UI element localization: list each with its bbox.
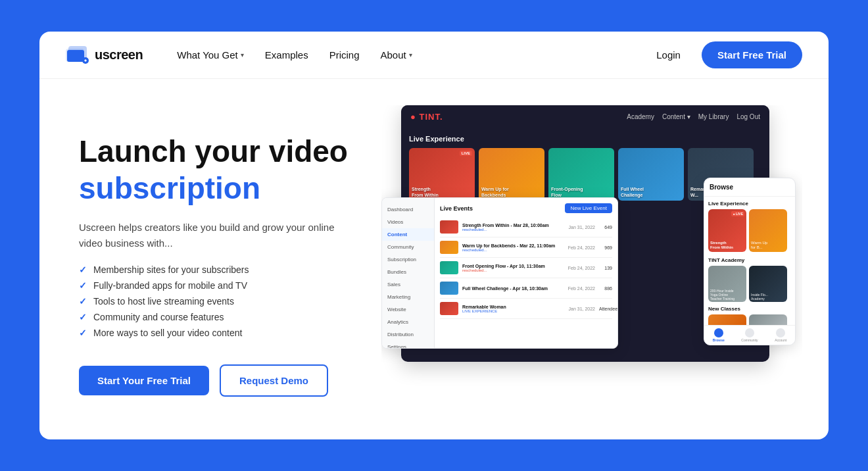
tint-nav-academy: Academy xyxy=(627,113,654,120)
admin-row-sub-2: rescheduled... xyxy=(462,248,564,252)
mobile-academy-label: TINT Academy xyxy=(708,257,791,263)
admin-row-text-2: Warm Up for Backbends - Mar 22, 11:00am … xyxy=(462,243,564,252)
admin-table-row-5: Remarkable Woman LIVE EXPERIENCE Jan 31,… xyxy=(440,299,612,319)
logo[interactable]: uscreen xyxy=(66,46,143,64)
tint-card-4: Full WheelChallenge xyxy=(618,148,684,201)
demo-screenshots: ● TINT. Academy Content ▾ My Library Log… xyxy=(381,105,802,420)
live-badge-1: LIVE xyxy=(460,151,472,156)
mobile-nav-account-label: Account xyxy=(775,338,786,342)
tint-card-2: Warm Up forBackbends xyxy=(479,148,544,201)
admin-row-num-2: 969 xyxy=(599,245,612,250)
mobile-nav-account-icon xyxy=(776,328,785,337)
admin-panel-screenshot: Dashboard Videos Content Community Subsc… xyxy=(381,197,618,349)
mobile-new-classes-label: New Classes xyxy=(708,306,791,312)
mobile-live-card-2: Warm Upfor B... xyxy=(749,209,787,252)
nav-about[interactable]: About ▾ xyxy=(373,44,420,66)
admin-sidebar-dashboard: Dashboard xyxy=(382,203,434,216)
admin-thumb-2 xyxy=(440,241,458,254)
mobile-live-cards: StrengthFrom Within ● LIVE Warm Upfor B.… xyxy=(708,209,791,252)
mobile-live-exp-label: Live Experience xyxy=(708,201,791,207)
feature-item-1: ✓ Membership sites for your subscribers xyxy=(79,264,355,275)
admin-table-row-1: Strength From Within - Mar 28, 10:00am r… xyxy=(440,217,612,237)
admin-thumb-5 xyxy=(440,302,458,315)
start-free-trial-hero-button[interactable]: Start Your Free Trial xyxy=(79,366,209,395)
feature-list: ✓ Membership sites for your subscribers … xyxy=(79,264,355,343)
start-free-trial-header-button[interactable]: Start Free Trial xyxy=(702,41,802,68)
admin-sidebar-analytics: Analytics xyxy=(382,316,434,328)
admin-sidebar-community: Community xyxy=(382,241,434,253)
admin-main-content: Live Events New Live Event Strength From… xyxy=(435,198,617,348)
tint-card-1: LIVE StrengthFrom Within xyxy=(409,148,475,201)
mobile-live-card-1: StrengthFrom Within ● LIVE xyxy=(708,209,746,252)
admin-row-num-5: Attendees xyxy=(599,307,612,311)
admin-sidebar-sales: Sales xyxy=(382,278,434,291)
admin-row-num-3: 139 xyxy=(599,266,612,270)
tint-logo: ● TINT. xyxy=(410,112,443,122)
mobile-live-card-1-label: StrengthFrom Within xyxy=(710,241,733,250)
admin-row-num-4: 886 xyxy=(599,286,612,291)
main-content: Launch your video subscription Uscreen h… xyxy=(39,79,829,439)
tint-header: ● TINT. Academy Content ▾ My Library Log… xyxy=(401,105,769,128)
login-button[interactable]: Login xyxy=(648,44,688,66)
tint-card-label-1: StrengthFrom Within xyxy=(412,187,439,198)
mobile-nav-browse-label: Browse xyxy=(713,338,725,342)
admin-thumb-4 xyxy=(440,282,458,295)
admin-row-text-1: Strength From Within - Mar 28, 10:00am r… xyxy=(462,223,565,232)
nav-what-you-get[interactable]: What You Get ▾ xyxy=(169,44,252,66)
admin-table-row-2: Warm Up for Backbends - Mar 22, 11:00am … xyxy=(440,237,612,258)
hero-subtitle: Uscreen helps creators like you build an… xyxy=(79,220,355,251)
main-card: uscreen What You Get ▾ Examples Pricing … xyxy=(39,32,829,439)
mobile-app-screenshot: Browse Live Experience StrengthFrom With… xyxy=(704,178,796,345)
nav-examples[interactable]: Examples xyxy=(257,44,316,66)
tint-live-label: Live Experience xyxy=(409,135,761,143)
mobile-academy-card-2-label: Inside Flo...Academy xyxy=(751,293,768,301)
hero-title-line1: Launch your video xyxy=(79,135,355,168)
cta-buttons: Start Your Free Trial Request Demo xyxy=(79,364,355,397)
mobile-academy-card-1-label: 200-Hour InsideYoga OnlineTeacher Traini… xyxy=(710,289,735,301)
admin-row-date-5: Jan 31, 2022 xyxy=(569,307,595,311)
main-nav: What You Get ▾ Examples Pricing About ▾ xyxy=(169,44,648,66)
mobile-nav-community-icon xyxy=(745,328,754,337)
tint-card-label-3: Front-OpeningFlow xyxy=(551,187,583,198)
mobile-nav-community-label: Community xyxy=(741,338,758,342)
nav-pricing[interactable]: Pricing xyxy=(322,44,368,66)
chevron-down-icon-about: ▾ xyxy=(409,51,412,59)
tint-nav: Academy Content ▾ My Library Log Out xyxy=(627,113,760,120)
mobile-nav-browse[interactable]: Browse xyxy=(713,328,725,342)
header: uscreen What You Get ▾ Examples Pricing … xyxy=(39,32,829,79)
admin-sidebar-subscription: Subscription xyxy=(382,253,434,266)
tint-card-label-2: Warm Up forBackbends xyxy=(481,187,509,198)
tint-nav-library: My Library xyxy=(698,113,729,120)
feature-item-3: ✓ Tools to host live streaming events xyxy=(79,296,355,307)
admin-sidebar-content: Content xyxy=(382,228,434,241)
tint-card-label-4: Full WheelChallenge xyxy=(621,187,644,198)
mobile-live-section: Live Experience StrengthFrom Within ● LI… xyxy=(704,197,795,253)
page-wrapper: uscreen What You Get ▾ Examples Pricing … xyxy=(0,0,868,471)
mobile-academy-card-1: 200-Hour InsideYoga OnlineTeacher Traini… xyxy=(708,266,746,302)
mobile-academy-section: TINT Academy 200-Hour InsideYoga OnlineT… xyxy=(704,253,795,303)
admin-sidebar-website: Website xyxy=(382,303,434,316)
admin-sidebar-settings: Settings xyxy=(382,341,434,349)
admin-add-live-event-button[interactable]: New Live Event xyxy=(565,203,612,213)
mobile-academy-card-2: Inside Flo...Academy xyxy=(749,266,787,302)
check-icon-5: ✓ xyxy=(79,328,87,338)
mobile-nav-community[interactable]: Community xyxy=(741,328,758,342)
admin-row-date-3: Feb 24, 2022 xyxy=(568,266,595,270)
mobile-bottom-nav: Browse Community Account xyxy=(704,325,795,345)
admin-row-text-3: Front Opening Flow - Apr 10, 11:30am res… xyxy=(462,264,564,272)
hero-title-line2: subscription xyxy=(79,170,355,207)
tint-nav-content: Content ▾ xyxy=(662,113,690,120)
mobile-nav-account[interactable]: Account xyxy=(775,328,786,342)
mobile-browse-label: Browse xyxy=(710,184,790,191)
check-icon-1: ✓ xyxy=(79,264,87,275)
admin-row-date-1: Jan 31, 2022 xyxy=(569,225,595,230)
admin-sidebar: Dashboard Videos Content Community Subsc… xyxy=(382,198,435,348)
admin-row-title-5: Remarkable Woman xyxy=(462,305,565,309)
header-right: Login Start Free Trial xyxy=(648,41,802,68)
admin-row-sub-3: rescheduled... xyxy=(462,268,564,272)
request-demo-button[interactable]: Request Demo xyxy=(220,364,328,397)
admin-row-text-4: Full Wheel Challenge - Apr 18, 10:30am xyxy=(462,286,564,291)
live-badge-mobile: ● LIVE xyxy=(731,211,744,216)
feature-item-4: ✓ Community and course features xyxy=(79,312,355,322)
admin-sidebar-bundles: Bundles xyxy=(382,266,434,278)
